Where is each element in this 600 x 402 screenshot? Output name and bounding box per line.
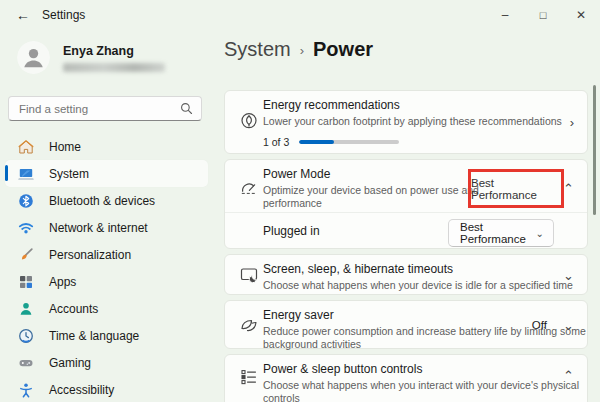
sidebar-item-label: Accounts [49,302,98,316]
screen-sleep-timeouts-card[interactable]: Screen, sleep, & hibernate timeouts Choo… [224,254,588,295]
time-language-clock-icon [18,328,34,344]
card-title: Power & sleep button controls [263,362,587,377]
dropdown-value: Best Performance [460,221,536,245]
breadcrumb: System › Power [224,38,373,61]
sidebar-item-bluetooth-devices[interactable]: Bluetooth & devices [5,187,208,214]
gaming-controller-icon [18,355,34,371]
sidebar-item-personalization[interactable]: Personalization [5,241,208,268]
plugged-in-dropdown[interactable]: Best Performance ⌄ [448,219,554,247]
chevron-up-icon[interactable]: ⌃ [563,369,574,382]
card-subtitle: Optimize your device based on power use … [263,184,479,210]
search-box [8,96,202,121]
card-subtitle: Choose what happens when your device is … [263,279,573,292]
sidebar-item-network-internet[interactable]: Network & internet [5,214,208,241]
annotation-highlight-box: Best Performance [468,169,564,208]
screen-moon-icon [239,265,259,285]
page-title: Power [313,38,373,61]
sidebar-item-label: Time & language [49,329,139,343]
power-mode-value[interactable]: Best Performance [471,177,561,201]
sidebar-item-accounts[interactable]: Accounts [5,295,208,322]
personalization-brush-icon [18,247,34,263]
account-email-redacted [63,63,165,72]
settings-window: ← Settings – □ ✕ Enya Zhang [0,0,600,402]
apps-icon [18,274,34,290]
sidebar-item-home[interactable]: Home [5,133,208,160]
back-arrow-icon: ← [16,7,30,23]
person-icon [17,41,50,74]
chevron-down-icon[interactable]: ⌄ [563,318,574,331]
window-title: Settings [42,8,85,22]
energy-saver-state: Off [532,319,547,331]
main-content: System › Power Energy recommendations Lo… [224,0,588,402]
power-mode-card[interactable]: Power Mode Optimize your device based on… [224,159,588,249]
recommendations-progress: 1 of 3 [263,136,562,148]
chevron-down-icon: ⌄ [536,228,544,239]
controls-list-icon [239,367,259,387]
sidebar-item-label: Gaming [49,356,91,370]
account-section: Enya Zhang [17,41,165,74]
sidebar-item-label: Bluetooth & devices [49,194,155,208]
chevron-up-icon[interactable]: ⌃ [563,182,574,195]
chevron-down-icon[interactable]: ⌄ [563,268,574,281]
card-subtitle: Choose what happens when you interact wi… [263,379,587,402]
power-mode-gauge-icon [239,178,259,198]
divider [225,212,587,213]
sidebar-item-label: Accessibility [49,383,114,397]
card-title: Energy recommendations [263,98,562,113]
energy-saver-leaf-icon [239,315,259,335]
system-icon [18,166,34,182]
sidebar-item-gaming[interactable]: Gaming [5,349,208,376]
sidebar-item-label: System [49,167,89,181]
home-icon [18,139,34,155]
bluetooth-icon [18,193,34,209]
search-icon [180,102,193,115]
breadcrumb-system[interactable]: System [224,38,291,61]
account-name: Enya Zhang [63,44,165,58]
sidebar-item-apps[interactable]: Apps [5,268,208,295]
sidebar-item-accessibility[interactable]: Accessibility [5,376,208,402]
card-title: Screen, sleep, & hibernate timeouts [263,262,573,277]
back-button[interactable]: ← [10,3,36,27]
network-wifi-icon [18,220,34,236]
sidebar-item-label: Network & internet [49,221,148,235]
energy-recommendations-card[interactable]: Energy recommendations Lower your carbon… [224,90,588,154]
sidebar-nav: Home System Bluetooth & devices Network … [5,133,208,402]
avatar [17,41,50,74]
eco-leaf-icon [239,111,259,131]
progress-label: 1 of 3 [263,136,289,148]
plugged-in-label: Plugged in [263,224,320,238]
energy-saver-card[interactable]: Energy saver Reduce power consumption an… [224,300,588,349]
power-sleep-button-controls-card[interactable]: Power & sleep button controls Choose wha… [224,354,588,402]
card-title: Power Mode [263,167,479,182]
progress-bar [299,140,399,144]
accounts-person-icon [18,301,34,317]
sidebar-item-label: Home [49,140,81,154]
chevron-right-icon[interactable]: › [570,116,574,129]
sidebar-item-system[interactable]: System [5,160,208,187]
sidebar-item-label: Personalization [49,248,131,262]
scrollbar[interactable] [593,85,596,215]
search-input[interactable] [17,102,180,116]
progress-fill [299,140,334,144]
card-subtitle: Lower your carbon footprint by applying … [263,115,562,128]
accessibility-icon [18,382,34,398]
sidebar-item-time-language[interactable]: Time & language [5,322,208,349]
chevron-right-icon: › [300,41,304,58]
sidebar-item-label: Apps [49,275,76,289]
